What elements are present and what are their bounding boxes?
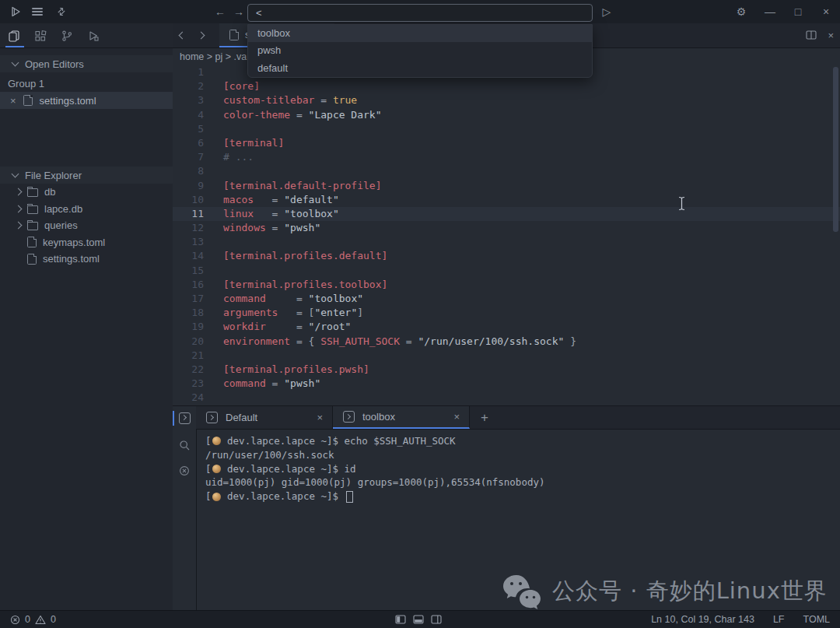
code-line[interactable]: 22[terminal.profiles.pwsh]: [173, 363, 840, 377]
run-button[interactable]: ▷: [597, 0, 616, 23]
terminal-command: echo $SSH_AUTH_SOCK: [345, 434, 456, 448]
open-editors-header[interactable]: Open Editors: [0, 55, 173, 72]
palette-input[interactable]: [247, 4, 593, 22]
toggle-bottom-panel-icon[interactable]: [413, 615, 424, 624]
code-text: command = "toolbox": [223, 292, 363, 306]
terminal-line: [ dev.lapce.lapce ~]$: [205, 489, 840, 503]
code-line[interactable]: 5: [173, 122, 840, 136]
editor-scrollbar[interactable]: [833, 67, 838, 232]
language-mode[interactable]: TOML: [803, 614, 831, 625]
explorer-item-db[interactable]: db: [0, 184, 173, 201]
terminal-tab-label: Default: [226, 412, 257, 423]
new-terminal-button[interactable]: +: [470, 406, 499, 429]
close-editor-icon[interactable]: ×: [828, 30, 834, 40]
code-line[interactable]: 23command = "pwsh": [173, 377, 840, 391]
open-editor-item-settings-toml[interactable]: × settings.toml: [0, 92, 173, 109]
line-number: 2: [173, 79, 204, 93]
toggle-left-panel-icon[interactable]: [395, 615, 406, 624]
nav-back-icon[interactable]: [173, 23, 191, 47]
split-editor-icon[interactable]: [806, 29, 817, 43]
error-count-icon: [10, 615, 20, 625]
debug-icon[interactable]: [86, 29, 100, 42]
code-line[interactable]: 24: [173, 391, 840, 405]
settings-gear-icon[interactable]: ⚙: [731, 0, 751, 23]
code-text: [terminal]: [223, 136, 284, 150]
code-line[interactable]: 4color-theme = "Lapce Dark": [173, 108, 840, 122]
close-window-button[interactable]: ×: [815, 0, 837, 23]
minimize-button[interactable]: —: [759, 0, 781, 23]
folder-icon: [27, 222, 38, 230]
close-icon[interactable]: ×: [453, 411, 460, 423]
line-number: 16: [173, 278, 204, 292]
file-explorer-icon[interactable]: [7, 29, 20, 42]
code-text: windows = "pwsh": [223, 221, 320, 235]
code-text: linux = "toolbox": [223, 207, 339, 221]
activity-bar: [0, 23, 173, 48]
problems-panel-icon[interactable]: [178, 465, 191, 477]
palette-item-default[interactable]: default: [248, 60, 592, 77]
explorer-item-keymaps.toml[interactable]: keymaps.toml: [0, 234, 173, 251]
explorer-item-queries[interactable]: queries: [0, 217, 173, 234]
code-line[interactable]: 3custom-titlebar = true: [173, 93, 840, 107]
code-line[interactable]: 14[terminal.profiles.default]: [173, 249, 840, 263]
terminal-output-text: /run/user/100/ssh.sock: [205, 448, 334, 462]
terminal-panel-icon[interactable]: [178, 412, 191, 424]
forward-button[interactable]: →: [230, 0, 247, 23]
file-icon: [27, 254, 37, 265]
terminal-tab-Default[interactable]: Default×: [196, 406, 333, 429]
code-line[interactable]: 10macos = "default": [173, 193, 840, 207]
editor-group-label: Group 1: [0, 75, 173, 92]
explorer-item-settings.toml[interactable]: settings.toml: [0, 251, 173, 268]
terminal-tab-toolbox[interactable]: toolbox×: [333, 406, 470, 429]
code-line[interactable]: 8: [173, 164, 840, 178]
code-line[interactable]: 16[terminal.profiles.toolbox]: [173, 278, 840, 292]
nav-forward-icon[interactable]: [191, 23, 210, 47]
code-text: environment = { SSH_AUTH_SOCK = "/run/us…: [223, 335, 576, 349]
code-line[interactable]: 7# ...: [173, 150, 840, 164]
terminal-line: uid=1000(pj) gid=1000(pj) groups=1000(pj…: [205, 475, 840, 489]
close-icon[interactable]: ×: [10, 96, 16, 106]
toggle-right-panel-icon[interactable]: [431, 615, 442, 624]
palette-item-pwsh[interactable]: pwsh: [248, 42, 592, 59]
line-ending[interactable]: LF: [773, 614, 785, 625]
open-editors-title: Open Editors: [25, 58, 84, 70]
code-line[interactable]: 12windows = "pwsh": [173, 221, 840, 235]
menu-icon[interactable]: [28, 0, 47, 23]
chevron-right-icon: [15, 222, 23, 230]
close-icon[interactable]: ×: [317, 412, 323, 423]
code-line[interactable]: 13: [173, 235, 840, 249]
search-panel-icon[interactable]: [178, 439, 191, 451]
explorer-item-lapce.db[interactable]: lapce.db: [0, 201, 173, 218]
line-number: 22: [173, 363, 204, 377]
sidebar: Open Editors Group 1 × settings.toml Fil…: [0, 23, 173, 611]
terminal-line: /run/user/100/ssh.sock: [205, 448, 840, 462]
code-editor[interactable]: 12[core]3custom-titlebar = true4color-th…: [173, 65, 840, 405]
code-line[interactable]: 9[terminal.default-profile]: [173, 179, 840, 193]
code-line[interactable]: 15: [173, 264, 840, 278]
back-button[interactable]: ←: [212, 0, 229, 23]
folder-icon: [27, 188, 38, 197]
line-number: 17: [173, 292, 204, 306]
terminal-icon: [343, 411, 355, 423]
cursor-position[interactable]: Ln 10, Col 19, Char 143: [651, 614, 754, 625]
maximize-button[interactable]: □: [787, 0, 809, 23]
plugins-icon[interactable]: [33, 29, 47, 42]
code-line[interactable]: 20environment = { SSH_AUTH_SOCK = "/run/…: [173, 335, 840, 349]
palette-item-toolbox[interactable]: toolbox: [248, 25, 592, 42]
remote-connection-icon[interactable]: [53, 0, 70, 23]
line-number: 24: [173, 391, 204, 405]
code-line[interactable]: 17command = "toolbox": [173, 292, 840, 306]
code-line[interactable]: 18arguments = ["enter"]: [173, 306, 840, 320]
source-control-icon[interactable]: [60, 29, 73, 42]
terminal-line: [ dev.lapce.lapce ~]$ echo $SSH_AUTH_SOC…: [205, 434, 840, 448]
code-line[interactable]: 2[core]: [173, 79, 840, 93]
wechat-icon: [502, 574, 542, 609]
code-line[interactable]: 6[terminal]: [173, 136, 840, 150]
code-line[interactable]: 21: [173, 349, 840, 363]
code-line[interactable]: 11linux = "toolbox": [173, 207, 840, 221]
problems-status[interactable]: 0 0: [0, 614, 56, 625]
file-explorer-header[interactable]: File Explorer: [0, 167, 173, 184]
terminal-line: [ dev.lapce.lapce ~]$ id: [205, 462, 840, 476]
code-text: # ...: [223, 150, 254, 164]
code-line[interactable]: 19workdir = "/root": [173, 320, 840, 334]
